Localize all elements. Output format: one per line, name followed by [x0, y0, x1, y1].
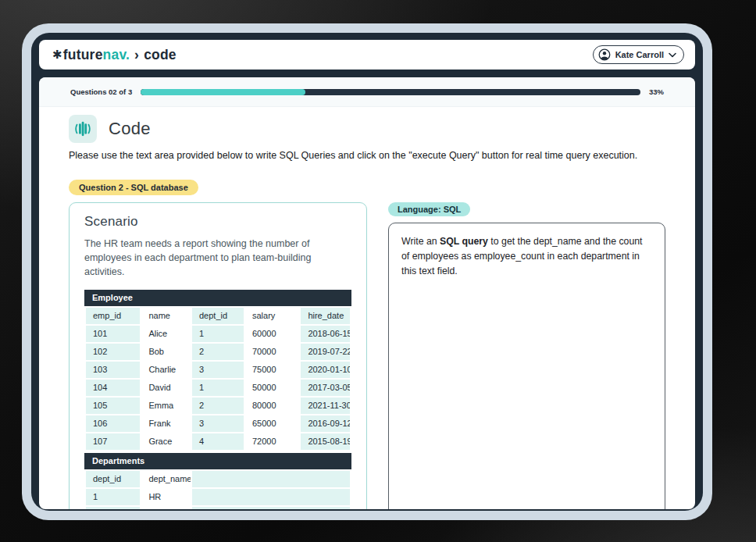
query-prompt-text: Write an SQL query to get the dept_name … [401, 234, 652, 279]
table-cell: 1 [191, 325, 244, 343]
content-columns: Scenario The HR team needs a report show… [69, 202, 665, 509]
scenario-description: The HR team needs a report showing the n… [84, 237, 351, 279]
table-cell: 2 [191, 397, 244, 415]
question-badge: Question 2 - SQL database [69, 180, 198, 195]
brand-logo: ✱ future nav. › code [52, 47, 177, 63]
user-name: Kate Carroll [615, 50, 664, 59]
table-cell: 102 [85, 343, 141, 361]
progress-percent: 33% [649, 87, 664, 96]
table-cell: David [141, 379, 191, 397]
breadcrumb-separator: › [134, 47, 139, 63]
table-filler-cell [191, 488, 351, 506]
column-header: emp_id [85, 307, 141, 325]
progress-bar [141, 89, 640, 95]
table-filler-cell [191, 506, 351, 509]
table-cell: 3 [191, 361, 244, 379]
editor-column: Language: SQL Write an SQL query to get … [388, 202, 665, 509]
table-cell: 65000 [244, 415, 300, 433]
table-cell: 72000 [244, 433, 300, 451]
table-cell: 80000 [244, 397, 300, 415]
table-cell: 1 [85, 488, 141, 506]
table-row: 1HR [85, 488, 351, 506]
table-cell: 104 [85, 379, 141, 397]
table-row: 105Emma2800002021-11-30 [85, 397, 351, 415]
column-header: dept_id [191, 307, 244, 325]
table-cell: 2020-01-10 [300, 361, 351, 379]
table-cell: Grace [141, 433, 191, 451]
table-cell: 2015-08-19 [300, 433, 351, 451]
column-header: dept_name [141, 470, 191, 488]
prompt-prefix: Write an [401, 236, 440, 247]
table-row: 103Charlie3750002020-01-10 [85, 361, 351, 379]
content-card: Questions 02 of 3 33% [39, 77, 695, 509]
device-frame: ✱ future nav. › code Kate Carroll [22, 23, 712, 520]
avatar-icon [598, 48, 611, 61]
code-icon [69, 115, 97, 143]
table-cell [85, 506, 141, 509]
brand-asterisk-icon: ✱ [52, 48, 62, 62]
table-cell: 101 [85, 325, 141, 343]
language-badge: Language: SQL [388, 202, 470, 216]
progress-section: Questions 02 of 3 33% [39, 77, 695, 107]
column-header: name [141, 307, 191, 325]
app-window: ✱ future nav. › code Kate Carroll [31, 33, 703, 511]
table-cell: 2021-11-30 [300, 397, 351, 415]
table-cell: 3 [191, 415, 244, 433]
scenario-title: Scenario [84, 214, 351, 230]
table-cell: 2016-09-12 [300, 415, 351, 433]
table-row: 104David1500002017-03-05 [85, 379, 351, 397]
table-row: 102Bob2700002019-07-22 [85, 343, 351, 361]
table-row: 107Grace4720002015-08-19 [85, 433, 351, 451]
employee-table-title: Employee [84, 290, 351, 306]
table-cell: 105 [85, 397, 141, 415]
table-cell: Charlie [141, 361, 191, 379]
table-cell: 2017-03-05 [300, 379, 351, 397]
table-cell: 70000 [244, 343, 300, 361]
table-cell: 4 [191, 433, 244, 451]
employee-table: emp_idnamedept_idsalaryhire_date101Alice… [84, 306, 351, 451]
table-cell: Bob [141, 343, 191, 361]
instruction-text: Please use the text area provided below … [69, 150, 665, 161]
main-area: Code Please use the text area provided b… [39, 107, 695, 509]
table-row: 106Frank3650002016-09-12 [85, 415, 351, 433]
column-header: dept_id [85, 470, 141, 488]
top-nav-bar: ✱ future nav. › code Kate Carroll [39, 40, 695, 70]
page-header: Code [69, 115, 665, 143]
table-cell: Frank [141, 415, 191, 433]
table-cell: 2018-06-15 [300, 325, 351, 343]
table-row-partial [85, 506, 351, 509]
table-cell [141, 506, 191, 509]
table-cell: Alice [141, 325, 191, 343]
progress-fill [141, 89, 305, 95]
table-cell: 2 [191, 343, 244, 361]
page-title: Code [109, 119, 151, 139]
table-cell: 107 [85, 433, 141, 451]
table-cell: 75000 [244, 361, 300, 379]
column-header-row: dept_iddept_name [85, 470, 351, 488]
table-cell: 106 [85, 415, 141, 433]
prompt-bold: SQL query [440, 236, 488, 247]
user-menu-button[interactable]: Kate Carroll [593, 45, 684, 64]
table-cell: Emma [141, 397, 191, 415]
table-cell: 60000 [244, 325, 300, 343]
progress-label: Questions 02 of 3 [70, 87, 132, 96]
table-cell: 2019-07-22 [300, 343, 351, 361]
column-header: hire_date [300, 307, 351, 325]
brand-product: code [144, 47, 177, 63]
table-cell: HR [141, 488, 191, 506]
brand-name-accent: nav. [103, 47, 130, 63]
column-header-row: emp_idnamedept_idsalaryhire_date [85, 307, 351, 325]
table-cell: 1 [191, 379, 244, 397]
table-cell: 103 [85, 361, 141, 379]
departments-table: dept_iddept_name1HR [84, 469, 351, 509]
column-header: salary [244, 307, 300, 325]
table-filler-cell [191, 470, 351, 488]
sql-query-input[interactable]: Write an SQL query to get the dept_name … [388, 223, 665, 509]
departments-table-title: Departments [84, 453, 351, 469]
table-cell: 50000 [244, 379, 300, 397]
table-row: 101Alice1600002018-06-15 [85, 325, 351, 343]
scenario-panel: Scenario The HR team needs a report show… [69, 202, 367, 509]
brand-name-primary: future [63, 47, 103, 63]
chevron-down-icon [669, 52, 676, 58]
